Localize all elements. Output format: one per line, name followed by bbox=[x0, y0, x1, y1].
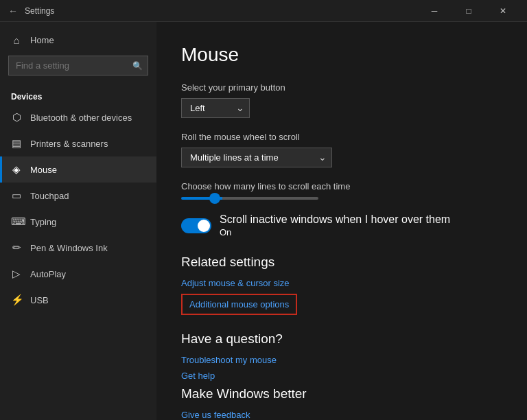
search-input[interactable] bbox=[8, 56, 148, 75]
primary-button-dropdown-wrapper: Left Right bbox=[181, 98, 250, 118]
bluetooth-icon: ⬡ bbox=[11, 111, 22, 124]
inactive-scroll-text: Scroll inactive windows when I hover ove… bbox=[220, 213, 450, 225]
search-icon: 🔍 bbox=[132, 61, 143, 71]
sidebar-item-usb-label: USB bbox=[30, 295, 49, 305]
scroll-lines-label: Choose how many lines to scroll each tim… bbox=[181, 181, 502, 191]
scroll-lines-section: Choose how many lines to scroll each tim… bbox=[181, 181, 502, 200]
sidebar-item-typing[interactable]: ⌨ Typing bbox=[0, 209, 156, 235]
usb-icon: ⚡ bbox=[11, 294, 22, 306]
adjust-cursor-link[interactable]: Adjust mouse & cursor size bbox=[181, 278, 502, 288]
touchpad-icon: ▭ bbox=[11, 189, 22, 202]
close-button[interactable]: ✕ bbox=[487, 0, 519, 22]
sidebar-item-autoplay-label: AutoPlay bbox=[30, 269, 66, 279]
sidebar-item-typing-label: Typing bbox=[30, 217, 56, 227]
content-area: Mouse Select your primary button Left Ri… bbox=[156, 22, 527, 420]
sidebar-search-container: 🔍 bbox=[8, 56, 148, 75]
have-question-heading: Have a question? bbox=[181, 331, 502, 347]
inactive-scroll-row: Scroll inactive windows when I hover ove… bbox=[181, 213, 502, 238]
sidebar-item-autoplay[interactable]: ▷ AutoPlay bbox=[0, 261, 156, 287]
get-help-link[interactable]: Get help bbox=[181, 371, 502, 381]
primary-button-dropdown[interactable]: Left Right bbox=[181, 98, 250, 118]
sidebar-item-touchpad-label: Touchpad bbox=[30, 191, 69, 201]
sidebar-item-home[interactable]: ⌂ Home bbox=[0, 27, 156, 53]
page-title: Mouse bbox=[181, 44, 502, 66]
sidebar-item-touchpad[interactable]: ▭ Touchpad bbox=[0, 183, 156, 209]
primary-button-label: Select your primary button bbox=[181, 82, 502, 93]
back-button[interactable]: ← bbox=[8, 5, 18, 16]
mouse-icon: ◈ bbox=[11, 163, 22, 176]
troubleshoot-link[interactable]: Troubleshoot my mouse bbox=[181, 355, 502, 365]
scroll-lines-slider-container bbox=[181, 197, 502, 200]
sidebar-item-pen-label: Pen & Windows Ink bbox=[30, 243, 108, 253]
scroll-dropdown[interactable]: Multiple lines at a time One screen at a… bbox=[181, 148, 332, 167]
titlebar: ← Settings ─ □ ✕ bbox=[0, 0, 527, 22]
additional-options-link[interactable]: Additional mouse options bbox=[181, 294, 297, 315]
sidebar-item-mouse[interactable]: ◈ Mouse bbox=[0, 156, 156, 183]
titlebar-title: Settings bbox=[25, 6, 419, 16]
main-layout: ⌂ Home 🔍 Devices ⬡ Bluetooth & other dev… bbox=[0, 22, 527, 420]
inactive-scroll-label: Scroll inactive windows when I hover ove… bbox=[220, 213, 450, 238]
pen-icon: ✏ bbox=[11, 242, 22, 254]
make-better-heading: Make Windows better bbox=[181, 386, 502, 401]
feedback-link[interactable]: Give us feedback bbox=[181, 410, 502, 420]
inactive-scroll-toggle[interactable] bbox=[181, 218, 211, 233]
sidebar: ⌂ Home 🔍 Devices ⬡ Bluetooth & other dev… bbox=[0, 22, 156, 420]
sidebar-item-bluetooth[interactable]: ⬡ Bluetooth & other devices bbox=[0, 104, 156, 130]
scroll-label: Roll the mouse wheel to scroll bbox=[181, 132, 502, 142]
maximize-button[interactable]: □ bbox=[453, 0, 484, 22]
inactive-scroll-value: On bbox=[220, 227, 231, 237]
sidebar-section-devices: Devices bbox=[0, 84, 156, 104]
related-settings-heading: Related settings bbox=[181, 255, 502, 270]
autoplay-icon: ▷ bbox=[11, 268, 22, 280]
sidebar-item-bluetooth-label: Bluetooth & other devices bbox=[30, 113, 132, 123]
printer-icon: ▤ bbox=[11, 137, 22, 150]
sidebar-item-home-label: Home bbox=[30, 35, 54, 45]
scroll-dropdown-wrapper: Multiple lines at a time One screen at a… bbox=[181, 148, 332, 167]
sidebar-item-usb[interactable]: ⚡ USB bbox=[0, 287, 156, 313]
scroll-lines-slider[interactable] bbox=[181, 197, 318, 200]
minimize-button[interactable]: ─ bbox=[419, 0, 450, 22]
home-icon: ⌂ bbox=[11, 34, 22, 46]
sidebar-item-pen[interactable]: ✏ Pen & Windows Ink bbox=[0, 235, 156, 261]
sidebar-item-printers[interactable]: ▤ Printers & scanners bbox=[0, 130, 156, 156]
keyboard-icon: ⌨ bbox=[11, 215, 22, 228]
sidebar-item-mouse-label: Mouse bbox=[30, 165, 57, 175]
window-controls: ─ □ ✕ bbox=[419, 0, 519, 22]
sidebar-item-printers-label: Printers & scanners bbox=[30, 139, 108, 149]
